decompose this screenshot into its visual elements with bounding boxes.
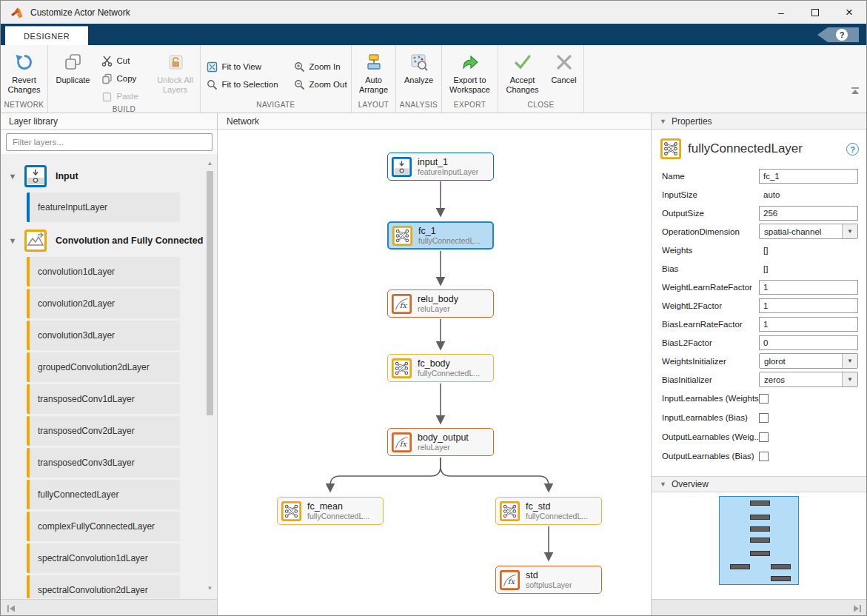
biasinitializer-dropdown[interactable]: zeros▼ [759,372,858,387]
group-analysis: Analyze ANALYSIS [396,45,442,113]
revert-changes-button[interactable]: Revert Changes [1,49,47,95]
node-fc-mean[interactable]: fc_meanfullyConnectedL... [277,497,384,525]
section-convolution[interactable]: ▼ Convolution and Fully Connected [1,224,217,257]
title-bar: Customize Actor Network – × [1,1,866,24]
analyze-icon [409,51,429,73]
section-input[interactable]: ▼ Input [1,160,217,192]
network-header: Network [218,113,651,130]
network-canvas[interactable]: input_1featureInputLayer fc_1fullyConnec… [218,130,651,616]
properties-header[interactable]: ▼ Properties [652,113,867,130]
revert-icon [15,51,34,73]
biasl2factor-input[interactable] [759,335,858,350]
scroll-up-icon[interactable]: ▲ [205,158,215,169]
fit-to-view-button[interactable]: Fit to View [201,58,289,76]
layer-item-convolution1dLayer[interactable]: convolution1dLayer [27,257,180,287]
inputlearnables-bias-checkbox[interactable] [759,413,769,423]
minimap-node [750,500,770,506]
outputsize-input[interactable] [759,206,858,221]
operationdimension-dropdown[interactable]: spatial-channel▼ [759,224,858,239]
node-fc-std[interactable]: fc_stdfullyConnectedL... [495,497,602,525]
outputlearnables-bias-checkbox[interactable] [759,452,769,461]
paste-button[interactable]: Paste [96,87,153,105]
tab-designer[interactable]: DESIGNER [5,26,88,45]
library-scrollbar[interactable]: ▲ ▼ [205,158,215,594]
node-std[interactable]: fx stdsoftplusLayer [495,566,602,594]
cut-button[interactable]: Cut [96,52,153,70]
scroll-down-icon[interactable]: ▼ [205,583,215,594]
group-label-navigate: NAVIGATE [201,101,351,113]
minimap-node [750,551,770,556]
layer-item-spectralConvolution1dLayer[interactable]: spectralConvolution1dLayer [27,543,180,573]
weightsinitializer-dropdown[interactable]: glorot▼ [759,353,858,369]
cancel-button[interactable]: Cancel [546,49,583,85]
layer-item-convolution2dLayer[interactable]: convolution2dLayer [27,289,180,318]
layer-item-transposedConv2dLayer[interactable]: transposedConv2dLayer [27,416,180,446]
group-label-layout: LAYOUT [352,101,395,113]
collapse-right-panel-bar[interactable] [652,599,867,616]
unlock-all-layers-button[interactable]: Unlock All Layers [153,49,198,95]
window-title: Customize Actor Network [30,7,764,18]
weightlearnratefactor-input[interactable] [759,280,858,295]
node-fc-body[interactable]: fc_bodyfullyConnectedL... [387,354,494,382]
close-button[interactable]: × [832,1,866,24]
svg-text:fx: fx [508,577,516,585]
layer-item-transposedConv1dLayer[interactable]: transposedConv1dLayer [27,384,180,414]
chevron-down-icon[interactable]: ▼ [1,236,24,245]
collapse-left-panel-bar[interactable] [1,599,217,616]
node-relu-body[interactable]: fx relu_bodyreluLayer [387,289,494,318]
layer-item-complexFullyConnectedLayer[interactable]: complexFullyConnectedLayer [27,512,180,541]
collapse-triangle-icon: ▼ [660,118,666,125]
layer-item-groupedConvolution2dLayer[interactable]: groupedConvolution2dLayer [27,352,180,382]
cancel-icon [555,51,574,73]
node-input-1[interactable]: input_1featureInputLayer [387,153,494,181]
chevron-down-icon[interactable]: ▼ [1,172,24,181]
zoom-in-button[interactable]: Zoom In [289,58,351,76]
scroll-thumb[interactable] [207,171,213,415]
inputlearnables-weights-checkbox[interactable] [759,394,769,404]
field-outputlearnables-bias: OutputLearnables (Bias) [652,446,867,466]
collapse-ribbon-button[interactable] [850,87,860,95]
fit-to-selection-button[interactable]: Fit to Selection [201,76,289,93]
chevron-down-icon: ▼ [842,372,857,386]
layer-item-featureInputLayer[interactable]: featureInputLayer [27,192,180,222]
feature-input-layer-icon [392,157,412,177]
node-fc-1[interactable]: fc_1fullyConnectedL... [387,221,494,250]
layer-item-convolution3dLayer[interactable]: convolution3dLayer [27,321,180,350]
field-biaslearnratefactor: BiasLearnRateFactor [652,315,867,333]
maximize-button[interactable] [798,1,832,24]
biaslearnratefactor-input[interactable] [759,317,858,332]
network-title: Network [227,116,259,127]
minimap-node [750,538,770,543]
field-weightsinitializer: WeightsInitializer glorot▼ [652,352,867,370]
layer-item-spectralConvolution2dLayer[interactable]: spectralConvolution2dLayer [27,575,180,598]
fully-connected-layer-icon [281,501,301,521]
minimap-node [771,576,791,581]
field-weights: Weights [] [652,241,867,259]
zoom-out-button[interactable]: Zoom Out [289,76,351,93]
group-label-network: NETWORK [1,101,47,113]
name-input[interactable] [759,169,858,184]
field-biasinitializer: BiasInitializer zeros▼ [652,370,867,389]
auto-arrange-button[interactable]: Auto Arrange [352,49,395,95]
minimap-viewport[interactable] [719,496,799,585]
filter-layers-input[interactable] [6,133,212,151]
outputlearnables-weights-checkbox[interactable] [759,432,769,442]
layer-help-icon[interactable]: ? [846,143,859,155]
properties-title: Properties [672,116,712,127]
group-network: Revert Changes NETWORK [1,45,48,113]
copy-button[interactable]: Copy [96,70,153,87]
export-to-workspace-button[interactable]: Export to Workspace [443,49,497,95]
overview-header[interactable]: ▼ Overview [652,476,867,492]
minimize-button[interactable]: – [764,1,798,24]
layer-item-transposedConv3dLayer[interactable]: transposedConv3dLayer [27,448,180,478]
accept-changes-button[interactable]: Accept Changes [500,49,546,95]
help-button[interactable]: ? [817,27,859,42]
node-body-output[interactable]: fx body_outputreluLayer [387,428,494,456]
relu-layer-icon: fx [392,432,412,452]
weightl2factor-input[interactable] [759,298,858,313]
layer-item-fullyConnectedLayer[interactable]: fullyConnectedLayer [27,480,180,509]
duplicate-button[interactable]: Duplicate [50,49,96,85]
cut-icon [101,56,113,67]
fully-connected-layer-icon [392,226,412,246]
analyze-button[interactable]: Analyze [397,49,441,85]
